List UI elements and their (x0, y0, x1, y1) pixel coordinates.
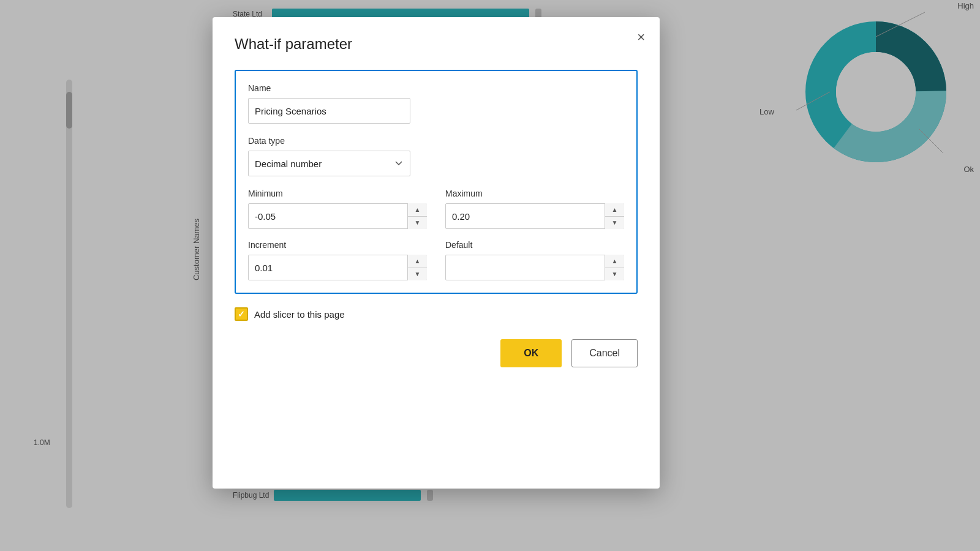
increment-spin-up[interactable]: ▲ (408, 255, 427, 268)
minimum-spin-up[interactable]: ▲ (408, 203, 427, 217)
maximum-spin-up[interactable]: ▲ (605, 203, 624, 217)
increment-spinbox: ▲ ▼ (248, 255, 427, 280)
default-input[interactable] (445, 255, 624, 280)
minimum-label: Minimum (248, 189, 427, 198)
maximum-label: Maximum (445, 189, 624, 198)
maximum-spinbox: ▲ ▼ (445, 203, 624, 229)
maximum-arrows: ▲ ▼ (605, 203, 624, 229)
close-button[interactable]: × (637, 31, 645, 44)
default-spin-down[interactable]: ▼ (605, 268, 624, 281)
minimum-group: Minimum ▲ ▼ (248, 189, 427, 229)
button-row: OK Cancel (235, 339, 638, 367)
maximum-group: Maximum ▲ ▼ (445, 189, 624, 229)
default-group: Default ▲ ▼ (445, 240, 624, 280)
min-max-row: Minimum ▲ ▼ Maximum ▲ ▼ (248, 189, 624, 229)
default-spinbox: ▲ ▼ (445, 255, 624, 280)
datatype-select[interactable]: Decimal number Whole number Text (248, 151, 410, 176)
default-label: Default (445, 240, 624, 250)
increment-arrows: ▲ ▼ (407, 255, 427, 280)
ok-button[interactable]: OK (500, 339, 562, 367)
checkmark-icon: ✓ (238, 310, 245, 318)
default-arrows: ▲ ▼ (605, 255, 624, 280)
what-if-dialog: What-if parameter × Name Data type Decim… (213, 17, 660, 489)
dialog-title: What-if parameter (235, 36, 638, 53)
increment-label: Increment (248, 240, 427, 250)
maximum-spin-down[interactable]: ▼ (605, 217, 624, 230)
add-slicer-checkbox[interactable]: ✓ (235, 307, 248, 321)
increment-spin-down[interactable]: ▼ (408, 268, 427, 281)
increment-input[interactable] (248, 255, 427, 280)
name-input[interactable] (248, 98, 410, 124)
checkbox-label: Add slicer to this page (254, 309, 345, 320)
datatype-label: Data type (248, 136, 624, 146)
default-spin-up[interactable]: ▲ (605, 255, 624, 268)
increment-default-row: Increment ▲ ▼ Default ▲ ▼ (248, 240, 624, 280)
name-label: Name (248, 83, 624, 93)
minimum-spin-down[interactable]: ▼ (408, 217, 427, 230)
increment-group: Increment ▲ ▼ (248, 240, 427, 280)
minimum-arrows: ▲ ▼ (407, 203, 427, 229)
minimum-spinbox: ▲ ▼ (248, 203, 427, 229)
cancel-button[interactable]: Cancel (571, 339, 638, 367)
checkbox-row: ✓ Add slicer to this page (235, 307, 638, 321)
inner-panel: Name Data type Decimal number Whole numb… (235, 70, 638, 294)
maximum-input[interactable] (445, 203, 624, 229)
minimum-input[interactable] (248, 203, 427, 229)
